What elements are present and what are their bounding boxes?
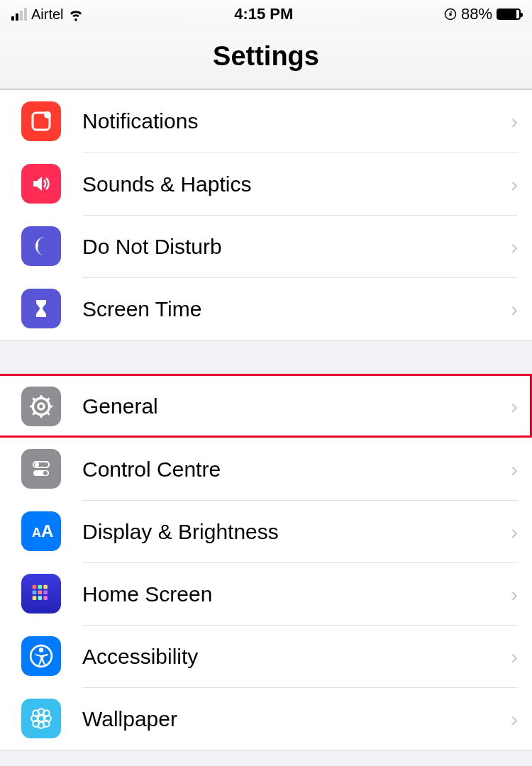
row-display[interactable]: AA Display & Brightness› — [0, 500, 532, 562]
svg-line-12 — [46, 398, 49, 401]
chevron-right-icon: › — [511, 645, 518, 669]
page-title: Settings — [0, 41, 532, 72]
svg-rect-20 — [38, 585, 43, 589]
svg-rect-21 — [43, 585, 48, 589]
settings-group-1: Notifications› Sounds & Haptics› Do Not … — [0, 89, 532, 340]
svg-point-14 — [35, 462, 39, 467]
row-general[interactable]: General› — [0, 375, 532, 438]
status-right: 88% — [444, 5, 521, 23]
svg-line-10 — [46, 411, 49, 414]
toggles-icon — [21, 449, 61, 489]
row-label: Control Centre — [82, 457, 511, 482]
chevron-right-icon: › — [511, 707, 518, 731]
row-label: Display & Brightness — [82, 520, 511, 544]
svg-rect-27 — [43, 596, 48, 600]
clock: 4:15 PM — [84, 5, 444, 23]
row-label: Home Screen — [82, 582, 511, 606]
chevron-right-icon: › — [511, 297, 518, 321]
svg-line-11 — [33, 411, 35, 414]
hourglass-icon — [21, 289, 61, 328]
moon-icon — [21, 226, 61, 266]
nav-bar: Settings — [0, 28, 532, 89]
row-label: Accessibility — [82, 645, 511, 669]
text-size-icon: AA — [21, 511, 61, 551]
chevron-right-icon: › — [511, 457, 518, 482]
row-label: Do Not Disturb — [82, 235, 511, 259]
svg-text:A: A — [41, 521, 53, 540]
chevron-right-icon: › — [511, 582, 518, 606]
battery-icon — [497, 9, 521, 20]
svg-rect-23 — [38, 591, 43, 595]
grid-icon — [21, 574, 61, 614]
row-label: Wallpaper — [82, 707, 511, 731]
svg-point-16 — [43, 471, 48, 475]
settings-group-2: General› Control Centre› AA Display & Br… — [0, 374, 532, 750]
battery-percent: 88% — [461, 5, 492, 23]
row-wallpaper[interactable]: Wallpaper› — [0, 687, 532, 750]
svg-line-9 — [33, 398, 35, 401]
row-label: General — [82, 394, 511, 418]
svg-point-30 — [38, 716, 44, 721]
svg-rect-26 — [38, 596, 43, 600]
row-label: Screen Time — [82, 297, 511, 321]
row-label: Sounds & Haptics — [82, 172, 511, 196]
orientation-lock-icon — [444, 8, 457, 21]
carrier-label: Airtel — [31, 6, 64, 23]
row-controlcentre[interactable]: Control Centre› — [0, 438, 532, 500]
svg-rect-25 — [33, 596, 37, 600]
wifi-icon — [68, 6, 84, 22]
chevron-right-icon: › — [511, 235, 518, 259]
svg-point-2 — [44, 111, 51, 118]
svg-rect-19 — [33, 585, 37, 589]
row-homescreen[interactable]: Home Screen› — [0, 562, 532, 625]
chevron-right-icon: › — [511, 520, 518, 544]
row-dnd[interactable]: Do Not Disturb› — [0, 215, 532, 277]
accessibility-icon — [21, 636, 61, 676]
row-accessibility[interactable]: Accessibility› — [0, 625, 532, 687]
svg-text:A: A — [32, 526, 41, 540]
gear-icon — [21, 387, 61, 426]
chevron-right-icon: › — [511, 109, 518, 133]
status-left: Airtel — [11, 6, 84, 23]
notifications-icon — [21, 101, 61, 141]
row-screentime[interactable]: Screen Time› — [0, 277, 532, 340]
row-notifications[interactable]: Notifications› — [0, 90, 532, 152]
speaker-icon — [21, 164, 61, 204]
signal-icon — [11, 8, 27, 21]
chevron-right-icon: › — [511, 172, 518, 196]
status-bar: Airtel 4:15 PM 88% — [0, 0, 532, 28]
flower-icon — [21, 699, 61, 738]
svg-point-29 — [39, 648, 43, 652]
svg-point-4 — [38, 404, 44, 409]
svg-rect-24 — [43, 591, 48, 595]
svg-rect-22 — [33, 591, 37, 595]
chevron-right-icon: › — [511, 394, 518, 418]
row-label: Notifications — [82, 109, 511, 133]
row-sounds[interactable]: Sounds & Haptics› — [0, 152, 532, 215]
